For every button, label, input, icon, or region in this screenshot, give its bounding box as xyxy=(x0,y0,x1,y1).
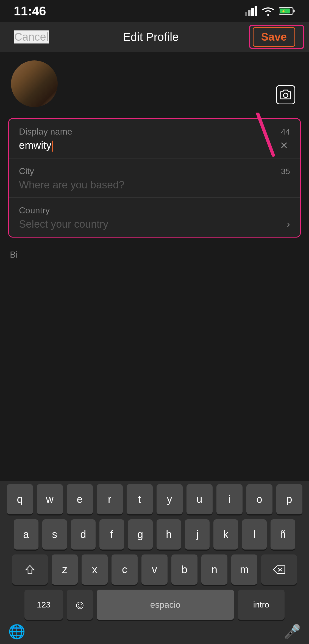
key-b[interactable]: b xyxy=(171,554,197,585)
key-l[interactable]: l xyxy=(242,519,267,550)
svg-rect-2 xyxy=(251,8,254,16)
svg-rect-0 xyxy=(245,12,247,16)
nav-bar: Cancel Edit Profile Save xyxy=(0,22,309,52)
keyboard-row-2: a s d f g h j k l ñ xyxy=(0,516,309,551)
svg-point-9 xyxy=(283,93,288,97)
battery-icon: ⚡ xyxy=(279,7,295,15)
keyboard-row-3: z x c v b n m xyxy=(0,551,309,586)
page-title: Edit Profile xyxy=(123,30,179,44)
key-n-tilde[interactable]: ñ xyxy=(271,519,295,550)
key-m[interactable]: m xyxy=(231,554,257,585)
delete-key[interactable] xyxy=(261,554,297,585)
display-name-value[interactable]: emwity xyxy=(19,140,53,152)
key-d[interactable]: d xyxy=(71,519,96,550)
key-r[interactable]: r xyxy=(97,484,123,514)
emoji-key[interactable]: ☺ xyxy=(67,590,93,620)
shift-key[interactable] xyxy=(12,554,48,585)
country-chevron-icon: › xyxy=(287,219,290,230)
key-j[interactable]: j xyxy=(185,519,210,550)
key-e[interactable]: e xyxy=(67,484,93,514)
svg-rect-5 xyxy=(293,10,295,12)
key-c[interactable]: c xyxy=(112,554,138,585)
city-counter: 35 xyxy=(281,167,290,176)
microphone-icon[interactable]: 🎤 xyxy=(284,624,301,640)
key-s[interactable]: s xyxy=(42,519,67,550)
avatar[interactable] xyxy=(11,60,58,107)
form-section: Display name 44 emwity ✕ City 35 Where a… xyxy=(8,118,301,238)
camera-button[interactable] xyxy=(276,85,295,104)
avatar-image xyxy=(11,60,58,107)
key-a[interactable]: a xyxy=(14,519,38,550)
status-time: 11:46 xyxy=(14,4,46,18)
city-placeholder: Where are you based? xyxy=(19,179,124,191)
display-name-counter: 44 xyxy=(281,127,290,136)
save-button[interactable]: Save xyxy=(253,27,295,47)
svg-text:⚡: ⚡ xyxy=(282,9,286,13)
key-y[interactable]: y xyxy=(157,484,183,514)
profile-header xyxy=(0,52,309,113)
clear-button[interactable]: ✕ xyxy=(278,140,290,152)
display-name-label: Display name xyxy=(19,127,72,137)
space-key[interactable]: espacio xyxy=(97,590,234,620)
globe-icon[interactable]: 🌐 xyxy=(8,624,25,640)
status-icons: ⚡ xyxy=(245,6,295,16)
city-label: City xyxy=(19,166,34,176)
key-q[interactable]: q xyxy=(7,484,33,514)
key-v[interactable]: v xyxy=(141,554,168,585)
country-placeholder: Select your country xyxy=(19,218,108,230)
return-key[interactable]: intro xyxy=(238,590,285,620)
key-t[interactable]: t xyxy=(127,484,153,514)
key-z[interactable]: z xyxy=(52,554,78,585)
key-x[interactable]: x xyxy=(82,554,108,585)
status-bar: 11:46 ⚡ xyxy=(0,0,309,22)
camera-icon xyxy=(276,85,295,104)
svg-rect-1 xyxy=(248,10,250,16)
signal-icon xyxy=(245,6,257,16)
key-h[interactable]: h xyxy=(157,519,181,550)
cancel-button[interactable]: Cancel xyxy=(14,30,49,44)
key-w[interactable]: w xyxy=(37,484,63,514)
city-field[interactable]: City 35 Where are you based? xyxy=(9,158,300,198)
country-label: Country xyxy=(19,205,50,216)
key-f[interactable]: f xyxy=(99,519,124,550)
numbers-key[interactable]: 123 xyxy=(24,590,63,620)
text-cursor xyxy=(52,141,53,152)
key-n[interactable]: n xyxy=(201,554,227,585)
country-field[interactable]: Country Select your country › xyxy=(9,198,300,237)
svg-rect-3 xyxy=(255,6,257,16)
keyboard[interactable]: q w e r t y u i o p a s d f g h j k l ñ … xyxy=(0,481,309,644)
bio-peek: Bi xyxy=(0,243,309,263)
keyboard-row-1: q w e r t y u i o p xyxy=(0,481,309,516)
key-g[interactable]: g xyxy=(128,519,153,550)
wifi-icon xyxy=(261,6,275,16)
key-i[interactable]: i xyxy=(216,484,243,514)
key-o[interactable]: o xyxy=(246,484,272,514)
key-p[interactable]: p xyxy=(276,484,302,514)
key-k[interactable]: k xyxy=(213,519,238,550)
key-u[interactable]: u xyxy=(186,484,213,514)
keyboard-row-4: 123 ☺ espacio intro xyxy=(0,586,309,621)
display-name-field[interactable]: Display name 44 emwity ✕ xyxy=(9,119,300,158)
keyboard-bottom-row: 🌐 🎤 xyxy=(0,621,309,644)
